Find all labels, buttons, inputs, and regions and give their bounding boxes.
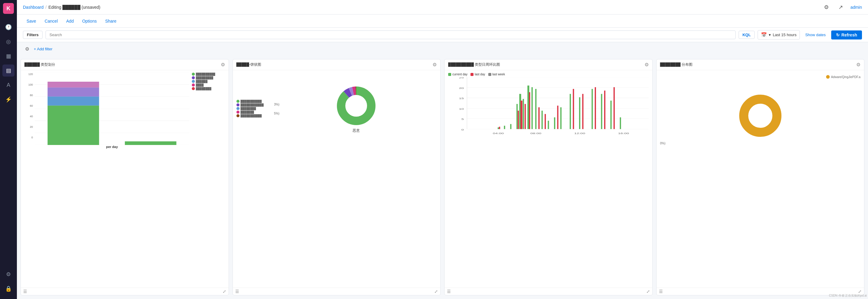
refresh-icon: ↻ [836, 33, 840, 37]
topbar-share-button[interactable]: ↗ [836, 2, 846, 12]
calendar-icon: 📅 [761, 32, 767, 38]
ts-label-week: last week [493, 73, 505, 76]
sidebar-icon-canvas[interactable]: A [2, 79, 14, 91]
x-axis-label: per day [35, 145, 189, 148]
svg-text:04:00: 04:00 [493, 132, 504, 135]
svg-text:20: 20 [459, 87, 464, 90]
ts-legend-current: current day [448, 73, 467, 76]
breadcrumb-current: Editing ██████ (unsaved) [48, 5, 100, 10]
y-tick-20: 20 [30, 125, 33, 128]
time-range-label: Last 15 hours [773, 33, 797, 37]
svg-text:12:00: 12:00 [574, 132, 585, 135]
legend-item-2: █████████ [192, 76, 225, 79]
panel4-list-icon[interactable]: ☰ [659, 289, 663, 294]
main-content: Dashboard / Editing ██████ (unsaved) ⚙ ↗… [17, 0, 868, 299]
sidebar-icon-discover[interactable]: ◎ [2, 36, 14, 47]
legend-item-1: ██████████ [192, 73, 225, 76]
filter-bar: Filters KQL 📅 ▾ Last 15 hours Show dates… [17, 28, 868, 42]
pie-legend-dot-2 [237, 103, 240, 106]
dashboard-grid: ██████ 类型划分 ⚙ 120 100 80 60 40 20 0 [17, 56, 868, 299]
panel2-header: █████-饼状图 ⚙ [233, 59, 441, 70]
svg-text:0: 0 [461, 128, 464, 131]
pie-legend-dot-1 [237, 100, 240, 103]
panel1-header: ██████ 类型划分 ⚙ [21, 59, 228, 70]
panel4-expand-icon[interactable]: ⤢ [858, 289, 862, 294]
cancel-button[interactable]: Cancel [41, 17, 62, 25]
legend-item-3: ██████ [192, 80, 225, 83]
donut-center-label: 恶意 [352, 128, 360, 133]
breadcrumb-separator: / [45, 5, 47, 10]
edit-toolbar: Save Cancel Add Options Share [17, 14, 868, 28]
panel3-list-icon[interactable]: ☰ [447, 289, 451, 294]
panel2-content: ███████████ ████████████ ████████ █ [233, 70, 441, 288]
pie-legend-item-4: ███████ [237, 111, 273, 113]
legend-label-5: ████████ [196, 87, 211, 90]
panel1-list-icon[interactable]: ☰ [23, 289, 27, 294]
add-filter-row: ⚙ + Add filter [17, 42, 868, 56]
legend-label-3: ██████ [196, 80, 208, 83]
panel2-gear-button[interactable]: ⚙ [433, 62, 437, 68]
time-picker[interactable]: 📅 ▾ Last 15 hours [757, 30, 800, 39]
pie-legend-item-1: ███████████ [237, 100, 273, 103]
timeseries-legend: current day last day last week [448, 73, 649, 76]
logo[interactable]: K [3, 3, 14, 14]
share-button[interactable]: Share [102, 17, 120, 25]
panel4-title: ████████ 分布图 [660, 62, 692, 67]
bar-chart-svg: 2021-09-18 2021-09-18 [35, 73, 189, 145]
y-tick-120: 120 [28, 73, 33, 76]
sidebar-icon-visualize[interactable]: ▦ [2, 50, 14, 62]
show-dates-button[interactable]: Show dates [803, 31, 828, 39]
admin-link[interactable]: admin [850, 5, 862, 10]
donut2-svg [736, 92, 784, 140]
legend-label-4: ████ [196, 84, 204, 87]
timeseries-svg: 25 20 15 10 5 0 [448, 77, 649, 137]
y-tick-60: 60 [30, 104, 33, 107]
search-input[interactable] [45, 30, 736, 39]
add-button[interactable]: Add [63, 17, 78, 25]
panel3-content: current day last day last week [444, 70, 652, 288]
pie-legend-dot-3 [237, 107, 240, 110]
panel3-gear-button[interactable]: ⚙ [645, 62, 649, 68]
panel3-expand-icon[interactable]: ⤢ [646, 289, 650, 294]
panel2-expand-icon[interactable]: ⤢ [434, 289, 438, 294]
svg-rect-8 [48, 96, 99, 105]
panel3-header: ██████████ 类型日周环比图 ⚙ [444, 59, 652, 70]
pie-pct-2: 5%) [274, 112, 280, 115]
kql-button[interactable]: KQL [739, 31, 754, 39]
legend-item-5: ████████ [192, 87, 225, 90]
legend-dot-3 [192, 80, 195, 83]
panel1-gear-button[interactable]: ⚙ [221, 62, 225, 68]
sidebar-icon-settings[interactable]: ⚙ [2, 268, 14, 280]
legend-item-4: ████ [192, 84, 225, 87]
filter-settings-button[interactable]: ⚙ [23, 44, 31, 53]
save-button[interactable]: Save [23, 17, 40, 25]
sidebar-icon-clock[interactable]: 🕐 [2, 21, 14, 33]
svg-rect-7 [48, 105, 99, 145]
pie-legend-item-5: ███████████ [237, 114, 273, 117]
sidebar-icon-security[interactable]: 🔒 [2, 283, 14, 295]
panel2-legend: ███████████ ████████████ ████████ █ [237, 100, 273, 118]
sidebar: K 🕐 ◎ ▦ ▤ A ⚡ ⚙ 🔒 [0, 0, 17, 299]
ts-dot-week [488, 73, 491, 76]
panel-timeseries: ██████████ 类型日周环比图 ⚙ current day last da… [444, 59, 653, 295]
y-tick-80: 80 [30, 94, 33, 97]
ts-legend-week: last week [488, 73, 505, 76]
panel3-footer: ☰ ⤢ [444, 288, 652, 295]
ts-legend-last: last day [470, 73, 485, 76]
topbar-settings-button[interactable]: ⚙ [822, 2, 831, 12]
svg-text:16:00: 16:00 [618, 132, 629, 135]
sidebar-icon-dev[interactable]: ⚡ [2, 94, 14, 105]
breadcrumb-home[interactable]: Dashboard [23, 5, 44, 10]
svg-text:15: 15 [459, 97, 464, 100]
panel4-gear-button[interactable]: ⚙ [856, 62, 861, 68]
sidebar-icon-dashboard[interactable]: ▤ [2, 65, 14, 76]
topbar-actions: ⚙ ↗ admin [822, 2, 862, 12]
refresh-button[interactable]: ↻ Refresh [831, 30, 862, 39]
options-button[interactable]: Options [79, 17, 100, 25]
legend-dot-2 [192, 76, 195, 79]
panel2-list-icon[interactable]: ☰ [235, 289, 239, 294]
add-filter-link[interactable]: + Add filter [34, 47, 53, 51]
svg-text:08:00: 08:00 [530, 132, 542, 135]
panel1-expand-icon[interactable]: ⤢ [223, 289, 226, 294]
panel1-title: ██████ 类型划分 [25, 62, 55, 67]
